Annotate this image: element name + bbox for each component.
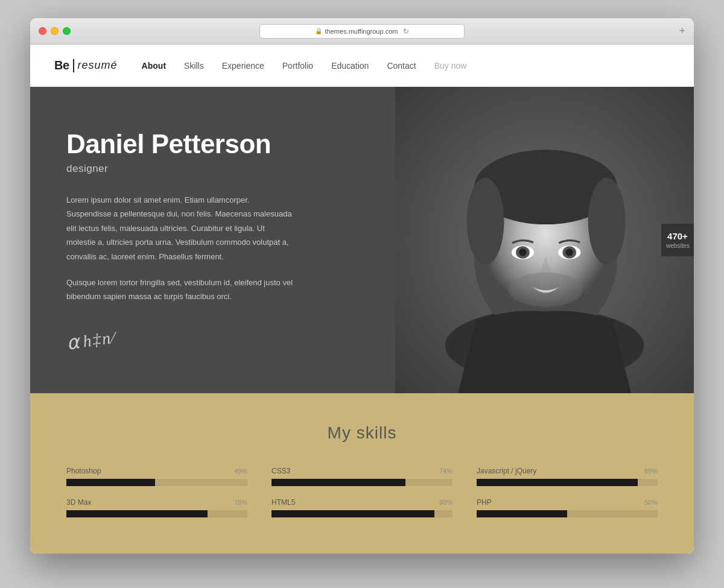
skill-bar-fill <box>272 479 405 486</box>
skill-name: HTML5 <box>272 498 295 507</box>
add-tab-button[interactable]: + <box>679 25 685 37</box>
skill-name: Photoshop <box>66 467 101 475</box>
nav-link-experience: Experience <box>222 61 264 71</box>
site-content: Be resumé About Skills Experience Portfo… <box>30 45 694 554</box>
lock-icon: 🔒 <box>315 28 322 34</box>
svg-point-10 <box>519 248 526 256</box>
nav-item-experience[interactable]: Experience <box>222 60 264 71</box>
skill-percent: 89% <box>644 467 658 475</box>
hero-section: Daniel Petterson designer Lorem ipsum do… <box>30 87 694 393</box>
skill-name: Javascript / jQuery <box>477 467 536 475</box>
hero-name: Daniel Petterson <box>66 129 359 159</box>
skill-percent: 50% <box>644 499 658 506</box>
skill-item: Photoshop 49% <box>66 467 247 486</box>
skill-name: 3D Max <box>66 498 91 507</box>
logo-bold: Be <box>54 58 69 72</box>
skill-name: CSS3 <box>272 467 290 475</box>
skill-bar-bg <box>272 510 453 517</box>
title-bar: 🔒 themes.muffingroup.com ↻ + <box>30 18 694 45</box>
skill-item: HTML5 90% <box>272 498 453 517</box>
skills-section: My skills Photoshop 49% CSS3 74% Javascr… <box>30 393 694 554</box>
skill-item: Javascript / jQuery 89% <box>477 467 658 486</box>
maximize-button[interactable] <box>63 27 71 35</box>
refresh-icon[interactable]: ↻ <box>403 27 409 36</box>
side-badge-number: 470+ <box>666 231 689 241</box>
url-box[interactable]: 🔒 themes.muffingroup.com ↻ <box>259 24 465 39</box>
skill-item: PHP 50% <box>477 498 658 517</box>
logo-separator <box>73 59 74 72</box>
skill-header: Javascript / jQuery 89% <box>477 467 658 475</box>
skill-bar-bg <box>66 510 247 517</box>
skill-bar-fill <box>66 510 208 517</box>
nav-item-contact[interactable]: Contact <box>387 60 416 71</box>
skill-percent: 74% <box>439 467 453 475</box>
skill-bar-bg <box>66 479 247 486</box>
skill-percent: 78% <box>234 499 247 506</box>
skill-bar-fill <box>272 510 434 517</box>
nav-link-skills: Skills <box>184 61 204 71</box>
minimize-button[interactable] <box>51 27 59 35</box>
nav-links: About Skills Experience Portfolio Educat… <box>142 60 467 71</box>
hero-job-title: designer <box>66 163 359 175</box>
hero-signature: ⍺ h‡n⁄ <box>65 324 117 354</box>
skill-header: 3D Max 78% <box>66 498 247 507</box>
close-button[interactable] <box>39 27 46 35</box>
skill-bar-bg <box>272 479 453 486</box>
svg-point-6 <box>467 178 504 265</box>
skill-bar-bg <box>477 479 658 486</box>
logo[interactable]: Be resumé <box>54 58 118 72</box>
nav-link-education: Education <box>331 61 369 71</box>
logo-light: resumé <box>78 59 118 72</box>
skill-percent: 90% <box>439 499 453 506</box>
skill-header: CSS3 74% <box>272 467 453 475</box>
nav-item-skills[interactable]: Skills <box>184 60 204 71</box>
nav-link-contact: Contact <box>387 61 416 71</box>
side-badge-text: websites <box>666 242 689 249</box>
skills-title: My skills <box>66 423 658 443</box>
skill-bar-fill <box>477 479 638 486</box>
hero-content: Daniel Petterson designer Lorem ipsum do… <box>30 87 395 393</box>
skill-bar-bg <box>477 510 658 517</box>
side-badge: 470+ websites <box>661 224 694 256</box>
hero-bio-paragraph-2: Quisque lorem tortor fringilla sed, vest… <box>66 276 296 304</box>
address-bar: 🔒 themes.muffingroup.com ↻ <box>37 24 687 39</box>
skill-bar-fill <box>477 510 567 517</box>
hero-bio-paragraph-1: Lorem ipsum dolor sit amet enim. Etiam u… <box>66 193 296 264</box>
nav-item-about[interactable]: About <box>142 60 166 71</box>
skill-percent: 49% <box>234 467 247 475</box>
skill-item: 3D Max 78% <box>66 498 247 517</box>
window-controls <box>39 27 71 35</box>
skill-bar-fill <box>66 479 155 486</box>
skill-name: PHP <box>477 498 492 507</box>
svg-point-13 <box>566 248 573 256</box>
browser-window: 🔒 themes.muffingroup.com ↻ + Be resumé A… <box>30 18 694 554</box>
hero-portrait-svg <box>395 87 694 393</box>
skill-header: Photoshop 49% <box>66 467 247 475</box>
svg-point-14 <box>509 272 583 307</box>
skill-header: HTML5 90% <box>272 498 453 507</box>
skill-item: CSS3 74% <box>272 467 453 486</box>
url-text: themes.muffingroup.com <box>325 28 398 35</box>
navbar: Be resumé About Skills Experience Portfo… <box>30 45 694 87</box>
svg-point-7 <box>588 178 626 265</box>
hero-image-area <box>395 87 694 393</box>
nav-item-education[interactable]: Education <box>331 60 369 71</box>
skills-grid: Photoshop 49% CSS3 74% Javascript / jQue… <box>66 467 658 517</box>
nav-link-portfolio: Portfolio <box>282 61 313 71</box>
nav-item-buy-now[interactable]: Buy now <box>434 60 467 71</box>
nav-item-portfolio[interactable]: Portfolio <box>282 60 313 71</box>
nav-link-buy-now: Buy now <box>434 61 467 71</box>
skill-header: PHP 50% <box>477 498 658 507</box>
nav-link-about: About <box>142 61 166 71</box>
